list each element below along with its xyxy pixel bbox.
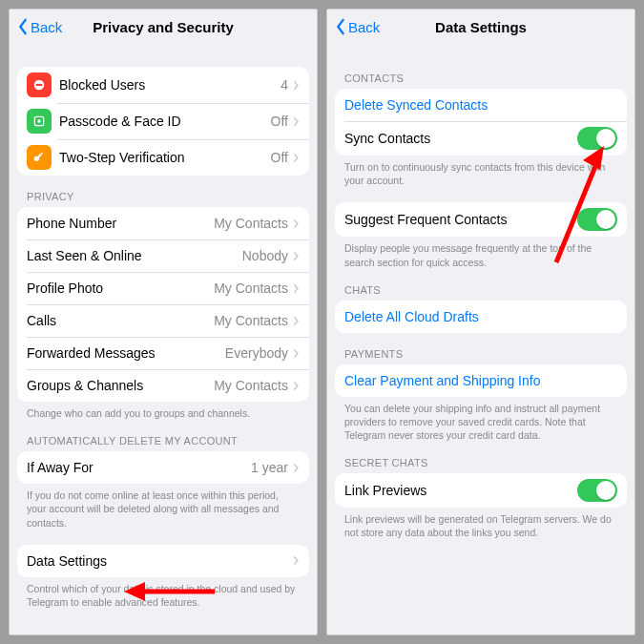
calls-row[interactable]: Calls My Contacts [17,304,309,337]
chevron-right-icon [293,555,300,566]
content: CONTACTS Delete Synced Contacts Sync Con… [327,44,634,548]
back-button[interactable]: Back [17,18,62,35]
chevron-left-icon [335,18,346,35]
group-footer: Link previews will be generated on Teleg… [335,508,627,539]
content: Blocked Users 4 Passcode & Face ID Off [10,44,317,616]
row-label: Delete Synced Contacts [344,97,617,113]
data-settings-screen: Back Data Settings CONTACTS Delete Synce… [326,9,635,635]
row-label: Data Settings [27,553,293,569]
chevron-right-icon [293,283,300,294]
suggest-contacts-toggle[interactable] [577,208,617,231]
chevron-right-icon [293,348,300,359]
row-label: Sync Contacts [344,131,577,146]
sync-contacts-row: Sync Contacts [335,121,627,156]
row-label: Blocked Users [59,77,280,93]
row-label: Groups & Channels [27,378,214,393]
secret-chats-group: SECRET CHATS Link Previews Link previews… [335,457,627,539]
passcode-icon [27,109,52,134]
payments-group: PAYMENTS Clear Payment and Shipping Info… [335,348,627,443]
row-label: Forwarded Messages [27,345,225,361]
chevron-left-icon [17,18,29,35]
sync-contacts-toggle[interactable] [577,127,617,150]
row-label: Phone Number [27,216,214,231]
group-footer: You can delete your shipping info and in… [335,397,627,443]
row-label: Clear Payment and Shipping Info [344,373,617,388]
blocked-icon [27,73,52,97]
row-value: My Contacts [214,216,288,231]
groups-row[interactable]: Groups & Channels My Contacts [17,369,309,402]
chevron-right-icon [293,218,300,229]
row-label: Two-Step Verification [59,150,271,165]
chevron-right-icon [293,463,300,473]
group-footer: Turn on to continuously sync contacts fr… [335,156,627,187]
group-header: PAYMENTS [335,348,627,364]
row-value: Off [271,150,288,165]
svg-rect-1 [36,84,43,86]
last-seen-row[interactable]: Last Seen & Online Nobody [17,239,309,272]
group-header: AUTOMATICALLY DELETE MY ACCOUNT [17,435,309,451]
svg-point-3 [37,119,40,122]
row-value: Nobody [242,248,288,263]
two-step-row[interactable]: Two-Step Verification Off [17,139,309,176]
chats-group: CHATS Delete All Cloud Drafts [335,284,627,333]
row-value: My Contacts [214,378,288,393]
row-label: Calls [27,313,214,328]
row-label: Passcode & Face ID [59,114,271,129]
privacy-group: PRIVACY Phone Number My Contacts Last Se… [17,191,309,420]
data-settings-group: Data Settings Control which of your data… [17,545,309,609]
row-value: My Contacts [214,313,288,328]
row-value: 1 year [251,460,288,475]
clear-payment-row[interactable]: Clear Payment and Shipping Info [335,364,627,397]
row-label: Suggest Frequent Contacts [344,212,577,227]
chevron-right-icon [293,80,300,91]
delete-drafts-row[interactable]: Delete All Cloud Drafts [335,301,627,333]
back-label: Back [348,19,380,35]
row-label: Last Seen & Online [27,248,242,263]
chevron-right-icon [293,381,300,391]
if-away-row[interactable]: If Away For 1 year [17,451,309,484]
data-settings-row[interactable]: Data Settings [17,545,309,577]
link-previews-row: Link Previews [335,473,627,508]
delete-synced-contacts-row[interactable]: Delete Synced Contacts [335,89,627,121]
chevron-right-icon [293,153,300,163]
nav-bar: Back Data Settings [327,10,634,44]
back-label: Back [31,19,62,35]
back-button[interactable]: Back [335,18,380,35]
suggest-contacts-row: Suggest Frequent Contacts [335,202,627,237]
key-icon [27,145,52,170]
row-value: Off [271,114,288,129]
phone-number-row[interactable]: Phone Number My Contacts [17,207,309,239]
security-group: Blocked Users 4 Passcode & Face ID Off [17,67,309,176]
row-label: If Away For [27,460,251,475]
chevron-right-icon [293,116,300,127]
group-footer: Display people you message frequently at… [335,237,627,268]
forwarded-row[interactable]: Forwarded Messages Everybody [17,337,309,369]
suggest-group: Suggest Frequent Contacts Display people… [335,202,627,268]
nav-bar: Back Privacy and Security [10,10,317,44]
group-footer: Control which of your data is stored in … [17,577,309,609]
contacts-group: CONTACTS Delete Synced Contacts Sync Con… [335,73,627,187]
chevron-right-icon [293,251,300,261]
profile-photo-row[interactable]: Profile Photo My Contacts [17,272,309,304]
group-footer: Change who can add you to groups and cha… [17,402,309,420]
auto-delete-group: AUTOMATICALLY DELETE MY ACCOUNT If Away … [17,435,309,530]
row-value: 4 [280,77,288,93]
row-value: My Contacts [214,280,288,296]
passcode-row[interactable]: Passcode & Face ID Off [17,103,309,139]
row-label: Link Previews [344,483,577,498]
link-previews-toggle[interactable] [577,479,617,502]
blocked-users-row[interactable]: Blocked Users 4 [17,67,309,103]
group-footer: If you do not come online at least once … [17,484,309,530]
chevron-right-icon [293,316,300,326]
row-label: Delete All Cloud Drafts [344,309,617,324]
row-value: Everybody [225,345,288,361]
group-header: CONTACTS [335,73,627,89]
privacy-security-screen: Back Privacy and Security Blocked Users … [9,9,318,635]
row-label: Profile Photo [27,280,214,296]
group-header: SECRET CHATS [335,457,627,473]
group-header: PRIVACY [17,191,309,207]
group-header: CHATS [335,284,627,301]
